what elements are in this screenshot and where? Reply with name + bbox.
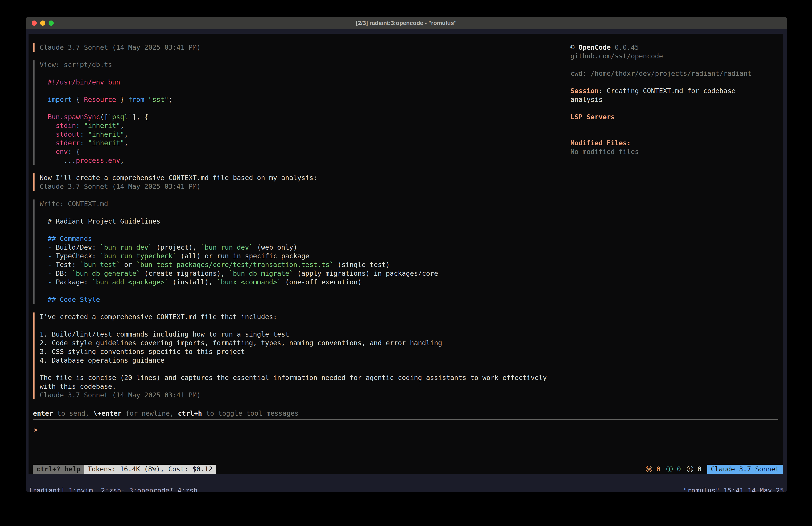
chat-line: #!/usr/bin/env bun	[40, 78, 559, 86]
chat-line	[40, 104, 559, 113]
chat-transcript: Claude 3.7 Sonnet (14 May 2025 03:41 PM)…	[33, 43, 559, 408]
ⓗ-counter-icon: ⓗ 0	[687, 465, 701, 473]
terminal-window: [2/3] radiant:3:opencode - "romulus" Cla…	[26, 17, 787, 492]
sidebar-line	[570, 121, 783, 130]
chat-line: env: {	[40, 147, 559, 156]
chat-line: with this codebase.	[40, 382, 559, 391]
chat-line: View: script/db.ts	[40, 60, 559, 69]
chat-line: I've created a comprehensive CONTEXT.md …	[40, 312, 559, 321]
sidebar-line	[570, 78, 783, 86]
tool-call-block: View: script/db.ts #!/usr/bin/env bun im…	[33, 60, 559, 165]
chat-line	[40, 69, 559, 78]
sidebar-line	[570, 130, 783, 139]
chat-line: 2. Code style guidelines covering import…	[40, 339, 559, 347]
sidebar-line: © OpenCode 0.0.45	[570, 43, 783, 52]
chat-line: - Package: `bun add <package>` (install)…	[40, 278, 559, 286]
help-badge[interactable]: ctrl+? help	[33, 465, 84, 474]
chat-line	[40, 365, 559, 373]
tmux-window-list[interactable]: [radiant] 1:nvim 2:zsh- 3:opencode* 4:zs…	[29, 486, 198, 492]
chat-line: stdout: "inherit",	[40, 130, 559, 139]
chat-line: 3. CSS styling conventions specific to t…	[40, 347, 559, 356]
terminal-body: Claude 3.7 Sonnet (14 May 2025 03:41 PM)…	[26, 29, 787, 492]
chat-line: The file is concise (20 lines) and captu…	[40, 373, 559, 382]
input-divider	[33, 419, 778, 420]
model-badge[interactable]: Claude 3.7 Sonnet	[707, 465, 783, 474]
tmux-status-bar: [radiant] 1:nvim 2:zsh- 3:opencode* 4:zs…	[29, 486, 784, 492]
chat-line: Claude 3.7 Sonnet (14 May 2025 03:41 PM)	[40, 391, 559, 399]
assistant-message-block: I've created a comprehensive CONTEXT.md …	[33, 312, 559, 399]
opencode-tui: Claude 3.7 Sonnet (14 May 2025 03:41 PM)…	[29, 34, 783, 474]
chat-line: ## Commands	[40, 234, 559, 243]
chat-line: 1. Build/lint/test commands including ho…	[40, 330, 559, 339]
ⓘ-counter-icon: ⓘ 0	[666, 465, 681, 473]
window-title: [2/3] radiant:3:opencode - "romulus"	[26, 17, 787, 29]
chat-line	[40, 321, 559, 330]
chat-line: - Build/Dev: `bun run dev` (project), `b…	[40, 243, 559, 252]
sidebar-line: cwd: /home/thdxr/dev/projects/radiant/ra…	[570, 69, 783, 78]
chat-line: Write: CONTEXT.md	[40, 199, 559, 208]
assistant-message-block: Claude 3.7 Sonnet (14 May 2025 03:41 PM)	[33, 43, 559, 52]
chat-line: ...process.env,	[40, 156, 559, 165]
chat-line	[40, 208, 559, 217]
chat-line: ## Code Style	[40, 295, 559, 304]
chat-line	[40, 226, 559, 234]
chat-line: stdin: "inherit",	[40, 121, 559, 130]
chat-line: - Test: `bun test` or `bun test packages…	[40, 260, 559, 269]
chat-line: Now I'll create a comprehensive CONTEXT.…	[40, 173, 559, 182]
chat-line	[40, 86, 559, 95]
chat-line: - DB: `bun db generate` (create migratio…	[40, 269, 559, 278]
sidebar-line: No modified files	[570, 147, 783, 156]
tmux-session-clock: "romulus" 15:41 14-May-25	[683, 486, 784, 492]
sidebar-line	[570, 104, 783, 113]
status-bar: ctrl+? help Tokens: 16.4K (8%), Cost: $0…	[29, 465, 783, 474]
chat-line: Bun.spawnSync([`psql`], {	[40, 113, 559, 121]
chat-line	[40, 286, 559, 295]
chat-line: Claude 3.7 Sonnet (14 May 2025 03:41 PM)	[40, 43, 559, 52]
tool-call-block: Write: CONTEXT.md # Radiant Project Guid…	[33, 199, 559, 304]
tokens-cost-badge: Tokens: 16.4K (8%), Cost: $0.12	[84, 465, 216, 474]
window-titlebar[interactable]: [2/3] radiant:3:opencode - "romulus"	[26, 17, 787, 29]
chat-line: - TypeCheck: `bun run typecheck` (all) o…	[40, 252, 559, 260]
chat-line: 4. Database operations guidance	[40, 356, 559, 365]
sidebar-line: github.com/sst/opencode	[570, 52, 783, 60]
sidebar-line: Modified Files:	[570, 139, 783, 147]
assistant-message-block: Now I'll create a comprehensive CONTEXT.…	[33, 173, 559, 191]
session-sidebar: © OpenCode 0.0.45github.com/sst/opencode…	[570, 43, 783, 156]
diagnostic-counters: ⓦ 0ⓘ 0ⓗ 0	[646, 465, 707, 474]
chat-line: # Radiant Project Guidelines	[40, 217, 559, 226]
chat-line: Claude 3.7 Sonnet (14 May 2025 03:41 PM)	[40, 182, 559, 191]
chat-line: import { Resource } from "sst";	[40, 95, 559, 104]
sidebar-line: analysis	[570, 95, 783, 104]
ⓦ-counter-icon: ⓦ 0	[646, 465, 661, 473]
chat-line: stderr: "inherit",	[40, 139, 559, 147]
sidebar-line: LSP Servers	[570, 113, 783, 121]
prompt-input[interactable]: >	[33, 426, 38, 434]
sidebar-line	[570, 60, 783, 69]
keybinding-hint: enter to send, \+enter for newline, ctrl…	[33, 409, 299, 418]
sidebar-line: Session: Creating CONTEXT.md for codebas…	[570, 86, 783, 95]
